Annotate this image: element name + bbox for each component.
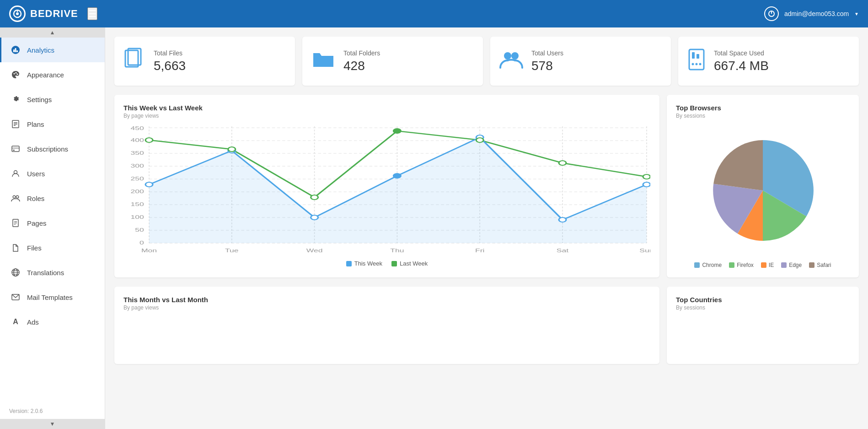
sidebar-item-pages[interactable]: Pages xyxy=(0,211,105,235)
svg-point-73 xyxy=(145,182,153,187)
svg-text:Fri: Fri xyxy=(475,248,484,253)
svg-point-82 xyxy=(311,195,318,200)
sidebar-item-appearance[interactable]: Appearance xyxy=(0,62,105,87)
sidebar-label-analytics: Analytics xyxy=(27,46,54,54)
subscriptions-icon xyxy=(11,144,21,154)
stat-value-files: 5,663 xyxy=(154,59,186,73)
svg-point-81 xyxy=(228,147,236,152)
stat-value-folders: 428 xyxy=(343,59,380,73)
user-dropdown-arrow[interactable]: ▼ xyxy=(854,11,859,16)
charts-row-2: This Month vs Last Month By page views T… xyxy=(114,287,859,364)
svg-point-75 xyxy=(311,215,318,220)
svg-point-79 xyxy=(643,182,650,187)
settings-icon xyxy=(11,94,21,104)
sidebar-label-mail-templates: Mail Templates xyxy=(27,293,73,301)
stat-text-space: Total Space Used 667.4 MB xyxy=(714,49,769,73)
sidebar-label-ads: Ads xyxy=(27,318,39,326)
sidebar-scroll-up[interactable]: ▲ xyxy=(0,27,105,38)
app-body: ▲ Analytics Appearance Settings Plans xyxy=(0,27,868,429)
pie-dot-safari xyxy=(809,262,814,268)
svg-text:0: 0 xyxy=(139,240,144,245)
pie-dot-chrome xyxy=(694,262,700,268)
stat-text-files: Total Files 5,663 xyxy=(154,49,186,73)
svg-rect-38 xyxy=(697,54,699,59)
mail-templates-icon xyxy=(11,292,21,302)
stat-label-files: Total Files xyxy=(154,49,186,57)
analytics-icon xyxy=(11,45,21,55)
month-chart-title: This Month vs Last Month xyxy=(123,296,650,304)
svg-point-9 xyxy=(14,73,15,75)
pie-legend-edge: Edge xyxy=(781,262,802,268)
pie-legend-chrome: Chrome xyxy=(694,262,722,268)
stat-card-total-folders: Total Folders 428 xyxy=(302,37,483,86)
svg-text:Tue: Tue xyxy=(225,248,239,253)
svg-rect-8 xyxy=(16,50,18,52)
svg-point-40 xyxy=(696,63,698,65)
stat-icon-folders xyxy=(311,49,335,73)
menu-toggle-button[interactable]: ☰ xyxy=(87,7,97,20)
sidebar-label-roles: Roles xyxy=(27,195,44,202)
browser-chart-title: Top Browsers xyxy=(676,104,850,112)
sidebar-item-translations[interactable]: Translations xyxy=(0,260,105,285)
logo: BEDRIVE xyxy=(9,5,78,22)
stat-value-users: 578 xyxy=(531,59,563,73)
svg-text:350: 350 xyxy=(130,150,144,156)
power-icon[interactable] xyxy=(764,6,779,21)
appearance-icon xyxy=(11,70,21,80)
svg-point-76 xyxy=(393,174,401,178)
translations-icon xyxy=(11,267,21,277)
country-chart-subtitle: By sessions xyxy=(676,304,850,311)
sidebar-item-files[interactable]: Files xyxy=(0,235,105,260)
country-chart-title: Top Countries xyxy=(676,296,850,304)
sidebar-item-users[interactable]: Users xyxy=(0,161,105,186)
svg-point-1 xyxy=(16,12,19,15)
logo-text: BEDRIVE xyxy=(30,8,78,20)
legend-last-week: Last Week xyxy=(391,260,428,267)
stat-label-folders: Total Folders xyxy=(343,49,380,57)
pie-legend-safari: Safari xyxy=(809,262,831,268)
stat-label-space: Total Space Used xyxy=(714,49,769,57)
sidebar-item-mail-templates[interactable]: Mail Templates xyxy=(0,285,105,310)
legend-dot-this-week xyxy=(346,261,352,266)
plans-icon xyxy=(11,119,21,129)
week-chart-card: This Week vs Last Week By page views xyxy=(114,95,659,277)
svg-text:Wed: Wed xyxy=(306,248,323,253)
sidebar-item-roles[interactable]: Roles xyxy=(0,186,105,211)
sidebar-label-pages: Pages xyxy=(27,219,47,227)
svg-point-20 xyxy=(13,195,16,198)
pages-icon xyxy=(11,218,21,228)
svg-point-78 xyxy=(559,217,566,222)
svg-rect-17 xyxy=(12,147,19,149)
sidebar-item-plans[interactable]: Plans xyxy=(0,112,105,136)
svg-point-35 xyxy=(511,52,519,60)
svg-text:Sun: Sun xyxy=(639,248,650,253)
sidebar-scroll-down[interactable]: ▼ xyxy=(0,419,105,429)
pie-legend-ie: IE xyxy=(761,262,774,268)
pie-dot-firefox xyxy=(729,262,734,268)
sidebar-label-subscriptions: Subscriptions xyxy=(27,145,68,153)
svg-rect-18 xyxy=(13,150,15,151)
svg-text:450: 450 xyxy=(130,126,144,131)
svg-point-41 xyxy=(699,63,702,65)
pie-legend: Chrome Firefox IE Edge xyxy=(694,262,831,268)
month-chart-subtitle: By page views xyxy=(123,304,650,311)
browser-chart-card: Top Browsers By sessions xyxy=(667,95,859,277)
stat-icon-files xyxy=(123,48,145,75)
sidebar: ▲ Analytics Appearance Settings Plans xyxy=(0,27,105,429)
svg-text:100: 100 xyxy=(130,214,144,220)
legend-this-week: This Week xyxy=(346,260,382,267)
stats-row: Total Files 5,663 Total Folders 428 xyxy=(114,37,859,86)
ads-icon: A xyxy=(11,317,21,327)
svg-point-84 xyxy=(476,138,483,142)
stat-text-users: Total Users 578 xyxy=(531,49,563,73)
sidebar-item-subscriptions[interactable]: Subscriptions xyxy=(0,136,105,161)
svg-text:Thu: Thu xyxy=(390,248,404,253)
svg-rect-36 xyxy=(689,49,704,70)
svg-point-11 xyxy=(17,74,18,75)
stat-icon-total-users xyxy=(499,49,523,73)
svg-text:Mon: Mon xyxy=(141,248,157,253)
sidebar-item-analytics[interactable]: Analytics xyxy=(0,38,105,62)
sidebar-item-settings[interactable]: Settings xyxy=(0,87,105,112)
sidebar-item-ads[interactable]: A Ads xyxy=(0,310,105,334)
svg-text:50: 50 xyxy=(135,227,144,233)
